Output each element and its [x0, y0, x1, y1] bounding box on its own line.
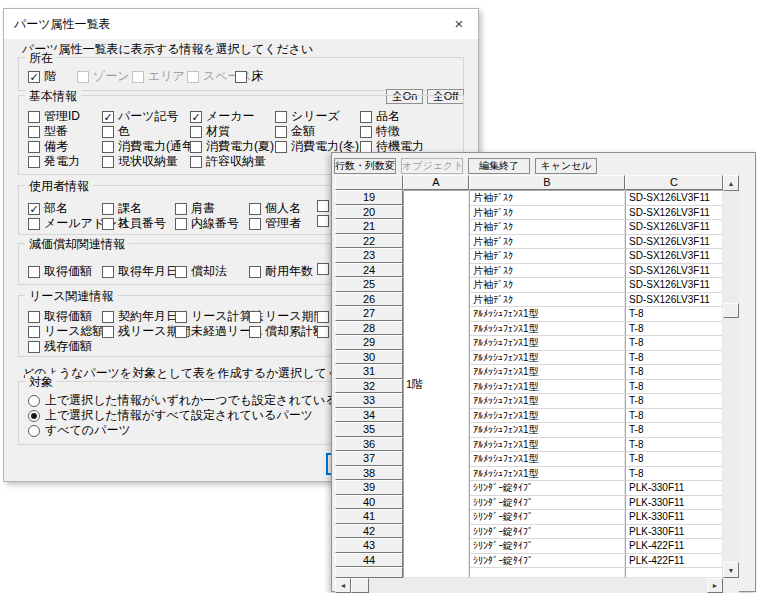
cell-c[interactable]: SD-SX126LV3F11: [626, 206, 722, 221]
cell-b[interactable]: ｼﾘﾝﾀﾞｰ錠ﾀｲﾌﾟ: [470, 554, 624, 569]
cell-b[interactable]: ｼﾘﾝﾀﾞｰ錠ﾀｲﾌﾟ: [470, 525, 624, 540]
cell-c[interactable]: T-8: [626, 409, 722, 424]
checkbox-depreciation-r0c1[interactable]: 取得年月日: [102, 263, 178, 280]
end-edit-button[interactable]: 編集終了: [468, 158, 530, 174]
close-icon[interactable]: ×: [440, 9, 478, 39]
row-number-cell[interactable]: 28: [335, 321, 403, 336]
cell-b[interactable]: ｱﾙﾒｯｼｭﾌｪﾝｽ1型: [470, 322, 624, 337]
cell-c[interactable]: PLK-330F11: [626, 496, 722, 511]
column-header-corner[interactable]: [335, 175, 403, 190]
row-number-cell[interactable]: 39: [335, 480, 403, 495]
row-number-cell[interactable]: 34: [335, 408, 403, 423]
row-number-cell[interactable]: 24: [335, 263, 403, 278]
cell-c[interactable]: T-8: [626, 452, 722, 467]
cell-b[interactable]: ｼﾘﾝﾀﾞｰ錠ﾀｲﾌﾟ: [470, 539, 624, 554]
horizontal-scrollbar-thumb[interactable]: [351, 578, 369, 593]
scroll-down-icon[interactable]: ▼: [723, 562, 739, 578]
row-number-cell[interactable]: 40: [335, 495, 403, 510]
cancel-button[interactable]: キャンセル: [535, 158, 597, 174]
row-number-cell[interactable]: 31: [335, 364, 403, 379]
column-header-c[interactable]: C: [625, 175, 723, 190]
row-number-cell[interactable]: 32: [335, 379, 403, 394]
column-header-b[interactable]: B: [469, 175, 625, 190]
cell-b[interactable]: ｱﾙﾒｯｼｭﾌｪﾝｽ1型: [470, 307, 624, 322]
checkbox-user-r1c3[interactable]: 管理者: [249, 215, 301, 232]
row-number-cell[interactable]: 19: [335, 190, 403, 205]
checkbox-lease-r1c3[interactable]: 償却累計額: [249, 323, 325, 340]
row-number-cell[interactable]: 30: [335, 350, 403, 365]
cell-b[interactable]: 片袖ﾃﾞｽｸ: [470, 278, 624, 293]
cell-c[interactable]: SD-SX126LV3F11: [626, 293, 722, 308]
cell-c[interactable]: SD-SX126LV3F11: [626, 249, 722, 264]
cell-b[interactable]: ｱﾙﾒｯｼｭﾌｪﾝｽ1型: [470, 380, 624, 395]
row-number-cell[interactable]: 33: [335, 393, 403, 408]
cell-b[interactable]: 片袖ﾃﾞｽｸ: [470, 220, 624, 235]
checkbox-location-r0c0[interactable]: ✓階: [28, 68, 56, 85]
row-number-cell[interactable]: 21: [335, 219, 403, 234]
cell-b[interactable]: 片袖ﾃﾞｽｸ: [470, 206, 624, 221]
checkbox-lease-r2c0[interactable]: 残存価額: [28, 338, 92, 355]
cell-b[interactable]: ｱﾙﾒｯｼｭﾌｪﾝｽ1型: [470, 423, 624, 438]
radio-target-option-2[interactable]: すべてのパーツ: [28, 422, 131, 439]
cell-b[interactable]: 片袖ﾃﾞｽｸ: [470, 249, 624, 264]
cell-c[interactable]: T-8: [626, 438, 722, 453]
cell-b[interactable]: ｱﾙﾒｯｼｭﾌｪﾝｽ1型: [470, 336, 624, 351]
cell-c[interactable]: PLK-330F11: [626, 481, 722, 496]
cell-b[interactable]: ｱﾙﾒｯｼｭﾌｪﾝｽ1型: [470, 409, 624, 424]
checkbox-basic-r3c2[interactable]: 許容収納量: [190, 153, 266, 170]
cell-b[interactable]: ｼﾘﾝﾀﾞｰ錠ﾀｲﾌﾟ: [470, 496, 624, 511]
checkbox-location-r0c4[interactable]: 床: [235, 68, 263, 85]
cell-b[interactable]: ｼﾘﾝﾀﾞｰ錠ﾀｲﾌﾟ: [470, 481, 624, 496]
cell-c[interactable]: T-8: [626, 365, 722, 380]
cell-c[interactable]: PLK-330F11: [626, 510, 722, 525]
row-number-cell[interactable]: 37: [335, 451, 403, 466]
checkbox-depreciation-r0c3[interactable]: 耐用年数: [249, 263, 313, 280]
change-rows-cols-button[interactable]: 行数・列数変更: [334, 158, 396, 174]
cell-b[interactable]: 片袖ﾃﾞｽｸ: [470, 293, 624, 308]
cell-c[interactable]: T-8: [626, 336, 722, 351]
cell-c[interactable]: T-8: [626, 322, 722, 337]
checkbox-depreciation-r0c0[interactable]: 取得価額: [28, 263, 92, 280]
row-number-cell[interactable]: 42: [335, 524, 403, 539]
cell-b[interactable]: 片袖ﾃﾞｽｸ: [470, 235, 624, 250]
floor-merged-cell[interactable]: 1階: [403, 190, 469, 578]
cell-c[interactable]: PLK-422F11: [626, 539, 722, 554]
checkbox-user-r1c2[interactable]: 内線番号: [175, 215, 239, 232]
row-number-cell[interactable]: 43: [335, 538, 403, 553]
cell-c[interactable]: SD-SX126LV3F11: [626, 191, 722, 206]
column-header-a[interactable]: A: [403, 175, 469, 190]
cell-c[interactable]: SD-SX126LV3F11: [626, 278, 722, 293]
cell-c[interactable]: SD-SX126LV3F11: [626, 220, 722, 235]
cell-b[interactable]: ｱﾙﾒｯｼｭﾌｪﾝｽ1型: [470, 438, 624, 453]
cell-c[interactable]: T-8: [626, 467, 722, 482]
row-number-cell[interactable]: 36: [335, 437, 403, 452]
vertical-scrollbar[interactable]: ▲ ▼: [723, 175, 739, 578]
row-number-cell[interactable]: 23: [335, 248, 403, 263]
checkbox-user-r1c1[interactable]: 社員番号: [102, 215, 166, 232]
cell-c[interactable]: T-8: [626, 394, 722, 409]
row-number-cell[interactable]: 25: [335, 277, 403, 292]
scroll-right-icon[interactable]: ►: [707, 578, 723, 593]
vertical-scrollbar-thumb[interactable]: [723, 303, 739, 318]
row-number-cell[interactable]: 41: [335, 509, 403, 524]
row-number-cell[interactable]: 38: [335, 466, 403, 481]
row-number-cell[interactable]: 29: [335, 335, 403, 350]
row-number-cell[interactable]: 26: [335, 292, 403, 307]
cell-b[interactable]: 片袖ﾃﾞｽｸ: [470, 191, 624, 206]
row-number-cell[interactable]: 35: [335, 422, 403, 437]
cell-c[interactable]: PLK-422F11: [626, 554, 722, 569]
cell-b[interactable]: ｼﾘﾝﾀﾞｰ錠ﾀｲﾌﾟ: [470, 510, 624, 525]
cell-c[interactable]: SD-SX126LV3F11: [626, 264, 722, 279]
cell-b[interactable]: ｱﾙﾒｯｼｭﾌｪﾝｽ1型: [470, 467, 624, 482]
cell-c[interactable]: SD-SX126LV3F11: [626, 235, 722, 250]
scroll-up-icon[interactable]: ▲: [723, 175, 739, 191]
row-number-cell[interactable]: 27: [335, 306, 403, 321]
cell-b[interactable]: ｱﾙﾒｯｼｭﾌｪﾝｽ1型: [470, 452, 624, 467]
cell-c[interactable]: T-8: [626, 423, 722, 438]
cell-b[interactable]: ｱﾙﾒｯｼｭﾌｪﾝｽ1型: [470, 351, 624, 366]
cell-c[interactable]: T-8: [626, 380, 722, 395]
cell-b[interactable]: 片袖ﾃﾞｽｸ: [470, 264, 624, 279]
cell-c[interactable]: T-8: [626, 307, 722, 322]
cell-b[interactable]: ｱﾙﾒｯｼｭﾌｪﾝｽ1型: [470, 365, 624, 380]
checkbox-depreciation-r0c2[interactable]: 償却法: [175, 263, 227, 280]
